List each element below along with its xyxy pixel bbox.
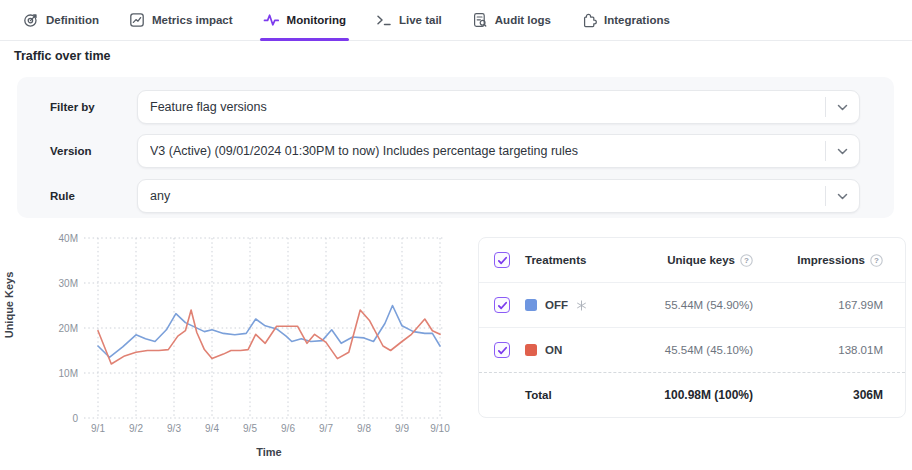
puzzle-icon: [581, 12, 597, 28]
tab-monitoring[interactable]: Monitoring: [263, 0, 346, 40]
pulse-icon: [263, 12, 280, 28]
svg-text:30M: 30M: [59, 278, 78, 289]
tab-label: Metrics impact: [152, 14, 233, 26]
total-label: Total: [525, 389, 647, 401]
chevron-down-icon: [826, 148, 859, 155]
tab-label: Integrations: [604, 14, 670, 26]
chevron-down-icon: [826, 193, 859, 200]
impressions-header: Impressions: [797, 254, 865, 266]
select-all-checkbox[interactable]: [494, 252, 510, 268]
chevron-down-icon: [826, 104, 859, 111]
tab-live-tail[interactable]: Live tail: [376, 0, 442, 40]
tab-label: Audit logs: [495, 14, 551, 26]
page-title: Traffic over time: [14, 49, 111, 63]
filter-panel: Filter by Feature flag versions Version …: [17, 77, 894, 218]
tab-bar: Definition Metrics impact Monitoring Liv…: [0, 0, 912, 41]
svg-text:9/1: 9/1: [91, 423, 105, 434]
version-label: Version: [50, 145, 92, 157]
help-icon[interactable]: ?: [870, 254, 883, 267]
svg-text:9/10: 9/10: [430, 423, 450, 434]
svg-text:9/5: 9/5: [243, 423, 257, 434]
filter-row-filter-by: Filter by Feature flag versions: [17, 90, 894, 124]
svg-text:Unique Keys: Unique Keys: [3, 272, 15, 339]
svg-text:?: ?: [744, 256, 749, 265]
document-search-icon: [472, 12, 488, 28]
rule-value: any: [150, 189, 817, 203]
off-checkbox[interactable]: [494, 297, 510, 313]
unique-keys-header: Unique keys: [667, 254, 735, 266]
on-unique-keys: 45.54M (45.10%): [647, 344, 753, 356]
version-dropdown[interactable]: V3 (Active) (09/01/2024 01:30PM to now) …: [137, 134, 860, 168]
tab-label: Definition: [46, 14, 99, 26]
help-icon[interactable]: ?: [740, 254, 753, 267]
off-unique-keys: 55.44M (54.90%): [647, 299, 753, 311]
chart-line-icon: [129, 12, 145, 28]
target-icon: [23, 12, 39, 28]
svg-text:9/3: 9/3: [167, 423, 181, 434]
tab-integrations[interactable]: Integrations: [581, 0, 670, 40]
treatment-name: ON: [545, 344, 562, 356]
filter-by-value: Feature flag versions: [150, 100, 817, 114]
table-total-row: Total 100.98M (100%) 306M: [479, 373, 905, 417]
check-icon: [497, 255, 508, 266]
svg-text:Time: Time: [256, 446, 281, 458]
tab-label: Live tail: [399, 14, 442, 26]
tab-definition[interactable]: Definition: [23, 0, 99, 40]
filter-by-dropdown[interactable]: Feature flag versions: [137, 90, 860, 124]
version-value: V3 (Active) (09/01/2024 01:30PM to now) …: [150, 144, 817, 158]
treatments-header: Treatments: [525, 254, 647, 266]
svg-text:9/7: 9/7: [319, 423, 333, 434]
table-header-row: Treatments Unique keys ? Impressions ?: [479, 238, 905, 283]
svg-text:9/4: 9/4: [205, 423, 219, 434]
check-icon: [497, 345, 508, 356]
total-unique-keys: 100.98M (100%): [647, 388, 753, 402]
table-row-off: OFF 55.44M (54.90%) 167.99M: [479, 283, 905, 328]
on-checkbox[interactable]: [494, 342, 510, 358]
traffic-chart-svg: 010M20M30M40M9/19/29/39/49/59/69/79/89/9…: [0, 228, 470, 470]
on-impressions: 138.01M: [753, 344, 883, 356]
rule-label: Rule: [50, 190, 75, 202]
svg-text:9/8: 9/8: [357, 423, 371, 434]
svg-text:9/2: 9/2: [129, 423, 143, 434]
total-impressions: 306M: [753, 388, 883, 402]
off-swatch: [525, 299, 537, 311]
treatments-table: Treatments Unique keys ? Impressions ? O…: [478, 237, 906, 418]
filter-row-rule: Rule any: [17, 179, 894, 213]
default-treatment-icon: [576, 300, 587, 311]
tab-label: Monitoring: [287, 14, 346, 26]
svg-text:10M: 10M: [59, 368, 78, 379]
filter-by-label: Filter by: [50, 101, 95, 113]
svg-text:?: ?: [874, 256, 879, 265]
table-row-on: ON 45.54M (45.10%) 138.01M: [479, 328, 905, 373]
svg-text:0: 0: [72, 413, 78, 424]
svg-text:9/9: 9/9: [395, 423, 409, 434]
tab-metrics-impact[interactable]: Metrics impact: [129, 0, 233, 40]
check-icon: [497, 300, 508, 311]
traffic-chart: 010M20M30M40M9/19/29/39/49/59/69/79/89/9…: [0, 228, 470, 470]
svg-text:40M: 40M: [59, 233, 78, 244]
svg-text:20M: 20M: [59, 323, 78, 334]
filter-row-version: Version V3 (Active) (09/01/2024 01:30PM …: [17, 134, 894, 168]
series-on-line: [98, 310, 440, 364]
treatment-name: OFF: [545, 299, 568, 311]
on-swatch: [525, 344, 537, 356]
terminal-icon: [376, 12, 392, 28]
off-impressions: 167.99M: [753, 299, 883, 311]
tab-audit-logs[interactable]: Audit logs: [472, 0, 551, 40]
rule-dropdown[interactable]: any: [137, 179, 860, 213]
svg-text:9/6: 9/6: [281, 423, 295, 434]
